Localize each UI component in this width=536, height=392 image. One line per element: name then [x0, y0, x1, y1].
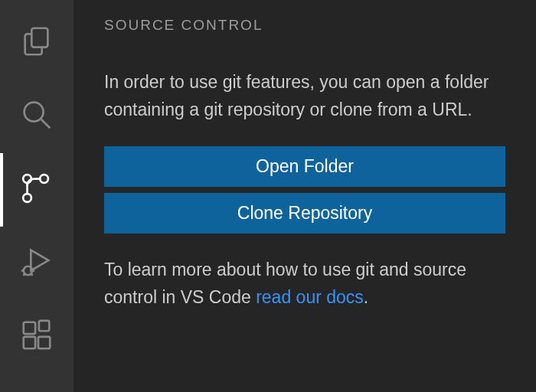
welcome-message: In order to use git features, you can op…: [104, 69, 505, 123]
svg-line-11: [31, 274, 32, 276]
activity-run-debug[interactable]: [0, 227, 74, 300]
sidebar-title: SOURCE CONTROL: [104, 17, 505, 34]
docs-link[interactable]: read our docs: [256, 287, 364, 307]
run-debug-icon: [19, 244, 54, 283]
activity-source-control[interactable]: [0, 153, 74, 227]
help-suffix: .: [364, 287, 368, 307]
activity-bar: [0, 0, 74, 392]
svg-line-10: [23, 274, 25, 276]
clone-repository-button[interactable]: Clone Repository: [104, 193, 505, 234]
svg-rect-12: [24, 322, 35, 334]
svg-rect-0: [31, 28, 47, 47]
svg-rect-14: [38, 337, 50, 348]
help-text: To learn more about how to use git and s…: [104, 256, 505, 311]
svg-point-5: [23, 194, 31, 202]
open-folder-button[interactable]: Open Folder: [104, 146, 505, 187]
workbench: SOURCE CONTROL In order to use git featu…: [0, 0, 536, 392]
search-icon: [19, 97, 54, 136]
svg-point-3: [40, 175, 48, 183]
svg-rect-13: [24, 337, 35, 348]
svg-marker-6: [31, 250, 48, 271]
source-control-icon: [19, 171, 54, 209]
activity-extensions[interactable]: [0, 300, 74, 374]
extensions-icon: [19, 318, 54, 356]
files-icon: [19, 24, 54, 62]
svg-line-2: [41, 119, 51, 129]
activity-explorer[interactable]: [0, 6, 74, 80]
svg-rect-15: [39, 321, 49, 331]
source-control-sidebar: SOURCE CONTROL In order to use git featu…: [74, 0, 536, 392]
svg-point-1: [25, 103, 44, 122]
activity-search[interactable]: [0, 80, 74, 153]
